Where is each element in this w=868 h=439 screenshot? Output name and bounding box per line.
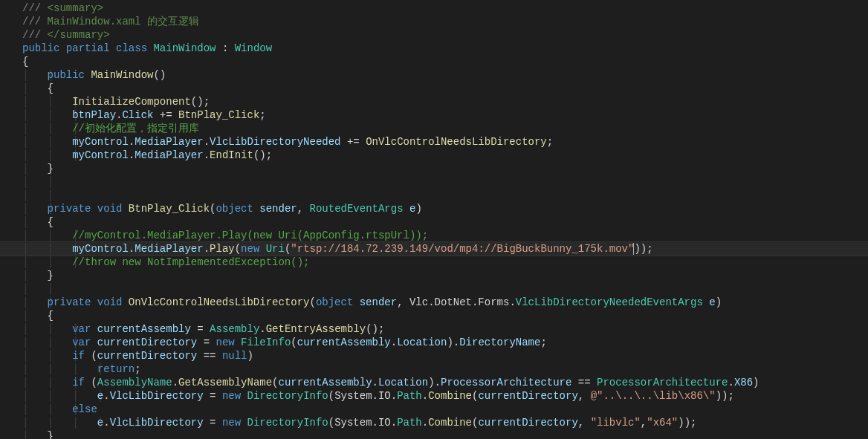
code-line[interactable]: │ │ │ //throw new NotImplementedExceptio…: [0, 256, 868, 269]
token: RoutedEventArgs: [310, 203, 404, 215]
token: ): [716, 296, 722, 308]
code-line[interactable]: │ │ │ myControl.MediaPlayer.Play(new Uri…: [0, 242, 868, 256]
token: class: [116, 42, 147, 54]
token: currentAssembly: [97, 323, 191, 335]
token: @"..\..\..\lib\x86\": [591, 390, 716, 402]
code-line[interactable]: │ │ │ else: [0, 403, 868, 416]
line-content: //初始化配置，指定引用库: [22, 123, 199, 134]
code-line[interactable]: │ │ │ │ e.VlcLibDirectory = new Director…: [0, 416, 868, 429]
code-line[interactable]: │ │ │ myControl.MediaPlayer.VlcLibDirect…: [0, 135, 868, 149]
line-content: }: [22, 430, 54, 439]
token: Vlc.DotNet.Forms.: [409, 296, 516, 308]
code-line[interactable]: │ │: [0, 189, 868, 202]
token: [91, 323, 97, 335]
token: ();: [191, 96, 210, 108]
code-line[interactable]: │ │ private void OnVlcControlNeedsLibDir…: [0, 296, 868, 309]
code-line[interactable]: │ │ private void BtnPlay_Click(object se…: [0, 202, 868, 215]
token: //myControl.MediaPlayer.Play(new Uri(App…: [72, 230, 428, 241]
code-line[interactable]: │ │ │ myControl.MediaPlayer.EndInit();: [0, 149, 868, 162]
token: [235, 336, 241, 348]
token: else: [72, 403, 97, 415]
token: var: [72, 323, 91, 335]
code-line[interactable]: │ │ }: [0, 269, 868, 282]
token: private: [48, 203, 91, 215]
token: [703, 296, 709, 308]
token: void: [97, 296, 123, 308]
code-line[interactable]: /// </summary>: [0, 28, 868, 42]
token: {: [22, 56, 28, 68]
code-line[interactable]: │ │ public MainWindow(): [0, 68, 868, 82]
token: System.IO.: [334, 390, 397, 402]
line-content: /// </summary>: [22, 29, 110, 41]
code-line[interactable]: │ │ │ if (AssemblyName.GetAssemblyName(c…: [0, 376, 868, 389]
line-content: if (AssemblyName.GetAssemblyName(current…: [22, 377, 760, 388]
code-line[interactable]: /// <summary>: [0, 1, 868, 15]
code-line[interactable]: │ │ │ //初始化配置，指定引用库: [0, 122, 868, 135]
token: btnPlay: [72, 109, 116, 121]
token: :: [216, 42, 234, 54]
code-line[interactable]: │ │ │ //myControl.MediaPlayer.Play(new U…: [0, 229, 868, 242]
token: (: [85, 377, 97, 388]
code-line[interactable]: │ │ │ │ e.VlcLibDirectory = new Director…: [0, 389, 868, 403]
token: .: [172, 377, 178, 388]
token: MainWindow: [91, 69, 153, 81]
token: currentDirectory: [97, 336, 197, 348]
token: Click: [122, 109, 153, 121]
token: .: [391, 336, 397, 348]
code-line[interactable]: │ │: [0, 175, 868, 189]
token: <summary>: [41, 2, 103, 14]
code-line[interactable]: │ │ │ InitializeComponent();: [0, 95, 868, 108]
line-content: {: [22, 56, 28, 68]
token: =: [204, 417, 222, 429]
token: [59, 42, 65, 54]
token: ));: [634, 243, 652, 255]
token: (: [85, 350, 97, 362]
line-content: private void BtnPlay_Click(object sender…: [22, 203, 422, 215]
code-line[interactable]: │ │ {: [0, 215, 868, 229]
code-line[interactable]: │ │ }: [0, 162, 868, 175]
token: return: [97, 363, 135, 375]
token: [259, 243, 265, 255]
token: OnVlcControlNeedsLibDirectory: [366, 136, 547, 148]
code-line[interactable]: │ │ │ var currentDirectory = new FileInf…: [0, 336, 868, 349]
code-line[interactable]: │ │ │ if (currentDirectory == null): [0, 349, 868, 362]
line-content: {: [22, 82, 54, 94]
token: (: [291, 336, 297, 348]
token: .: [422, 417, 428, 429]
code-line[interactable]: │ │ │ │ return;: [0, 362, 868, 376]
code-line[interactable]: │ │ {: [0, 309, 868, 322]
token: BtnPlay_Click: [129, 203, 210, 215]
token: MediaPlayer: [135, 149, 203, 161]
line-content: private void OnVlcControlNeedsLibDirecto…: [22, 296, 722, 308]
token: .: [372, 377, 378, 388]
code-line[interactable]: /// MainWindow.xaml 的交互逻辑: [0, 15, 868, 28]
token: =: [191, 323, 210, 335]
code-line[interactable]: │ │ │ var currentAssembly = Assembly.Get…: [0, 322, 868, 336]
line-content: e.VlcLibDirectory = new DirectoryInfo(Sy…: [22, 417, 696, 429]
token: ,: [578, 390, 591, 402]
token: Play: [210, 243, 235, 255]
line-content: public MainWindow(): [22, 69, 166, 81]
line-content: /// MainWindow.xaml 的交互逻辑: [22, 16, 199, 27]
token: [241, 390, 247, 402]
token: </summary>: [41, 29, 109, 41]
code-line[interactable]: │ │ }: [0, 429, 868, 439]
code-line[interactable]: │ │: [0, 282, 868, 296]
token: void: [97, 203, 123, 215]
token: ;: [547, 136, 553, 148]
code-line[interactable]: │ │ {: [0, 82, 868, 95]
token: GetEntryAssembly: [266, 323, 366, 335]
token: partial: [66, 42, 110, 54]
line-content: {: [22, 216, 54, 228]
code-line[interactable]: public partial class MainWindow : Window: [0, 42, 868, 55]
token: e: [97, 417, 103, 429]
token: ///: [22, 16, 41, 27]
code-editor[interactable]: /// <summary>/// MainWindow.xaml 的交互逻辑//…: [0, 0, 868, 439]
code-line[interactable]: {: [0, 55, 868, 68]
code-line[interactable]: │ │ │ btnPlay.Click += BtnPlay_Click;: [0, 108, 868, 122]
token: if: [72, 350, 85, 362]
token: "libvlc": [591, 417, 641, 429]
token: System.IO.: [334, 417, 397, 429]
token: ).: [447, 336, 459, 348]
token: ==: [571, 377, 597, 388]
